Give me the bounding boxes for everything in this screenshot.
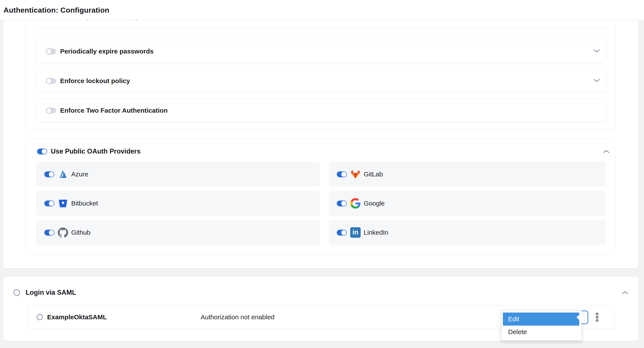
setting-row-expire-passwords: Periodically expire passwords xyxy=(36,40,606,63)
toggle-lockout-policy[interactable] xyxy=(46,78,56,84)
setting-label: Enforce Two Factor Authentication xyxy=(60,107,168,114)
provider-row-azure: Azure xyxy=(36,162,320,187)
context-menu: Edit Delete xyxy=(501,310,582,340)
toggle-github[interactable] xyxy=(44,230,54,236)
saml-title: Login via SAML xyxy=(26,289,76,296)
provider-row-github: Github xyxy=(36,220,320,245)
provider-label: GitLab xyxy=(364,170,383,178)
chevron-down-icon[interactable] xyxy=(594,79,600,83)
menu-item-edit[interactable]: Edit xyxy=(503,312,579,326)
linkedin-icon: in xyxy=(350,227,361,238)
provider-label: Google xyxy=(364,200,385,207)
provider-label: LinkedIn xyxy=(364,229,388,236)
password-and-oauth-panel: Enforce password strength Periodically e… xyxy=(3,20,638,268)
setting-label: Periodically expire passwords xyxy=(60,48,154,55)
setting-row-two-factor: Enforce Two Factor Authentication xyxy=(36,99,606,122)
oauth-providers-group: Use Public OAuth Providers Azure xyxy=(26,139,615,255)
authentication-configuration-page: Enforce password strength Periodically e… xyxy=(0,0,644,348)
oauth-title: Use Public OAuth Providers xyxy=(51,147,140,155)
github-icon xyxy=(58,227,68,238)
toggle-expire-passwords[interactable] xyxy=(46,49,56,54)
gitlab-icon xyxy=(350,169,361,180)
toggle-google[interactable] xyxy=(337,201,347,206)
azure-icon xyxy=(58,169,68,180)
google-icon xyxy=(350,198,361,209)
chevron-up-icon[interactable] xyxy=(622,291,628,295)
toggle-gitlab[interactable] xyxy=(337,171,347,177)
menu-item-delete[interactable]: Delete xyxy=(501,326,582,338)
toggle-bitbucket[interactable] xyxy=(44,201,54,206)
toggle-linkedin[interactable] xyxy=(337,230,347,236)
bitbucket-icon xyxy=(58,198,68,209)
provider-label: Azure xyxy=(71,170,88,178)
saml-header: Login via SAML xyxy=(3,277,76,308)
chevron-up-icon[interactable] xyxy=(603,150,610,154)
toggle-azure[interactable] xyxy=(44,171,54,177)
oauth-header: Use Public OAuth Providers xyxy=(26,139,140,163)
provider-label: Github xyxy=(71,229,90,236)
connection-radio[interactable] xyxy=(37,314,43,320)
provider-row-gitlab: GitLab xyxy=(329,162,606,187)
provider-row-linkedin: in LinkedIn xyxy=(329,220,606,245)
chevron-down-icon[interactable] xyxy=(594,49,600,54)
kebab-menu-icon[interactable] xyxy=(590,312,604,322)
provider-label: Bitbucket xyxy=(71,200,98,207)
connection-name: ExampleOktaSAML xyxy=(47,313,107,321)
provider-row-bitbucket: Bitbucket xyxy=(36,191,320,216)
toggle-use-public-oauth[interactable] xyxy=(37,148,47,154)
saml-radio[interactable] xyxy=(14,289,20,296)
setting-label: Enforce lockout policy xyxy=(60,77,130,85)
toggle-two-factor[interactable] xyxy=(46,108,56,113)
connection-status: Authorization not enabled xyxy=(201,313,274,321)
page-title: Authentication: Configuration xyxy=(4,6,109,14)
page-header: Authentication: Configuration xyxy=(0,0,644,20)
setting-row-lockout-policy: Enforce lockout policy xyxy=(36,69,606,92)
provider-row-google: Google xyxy=(329,191,606,216)
